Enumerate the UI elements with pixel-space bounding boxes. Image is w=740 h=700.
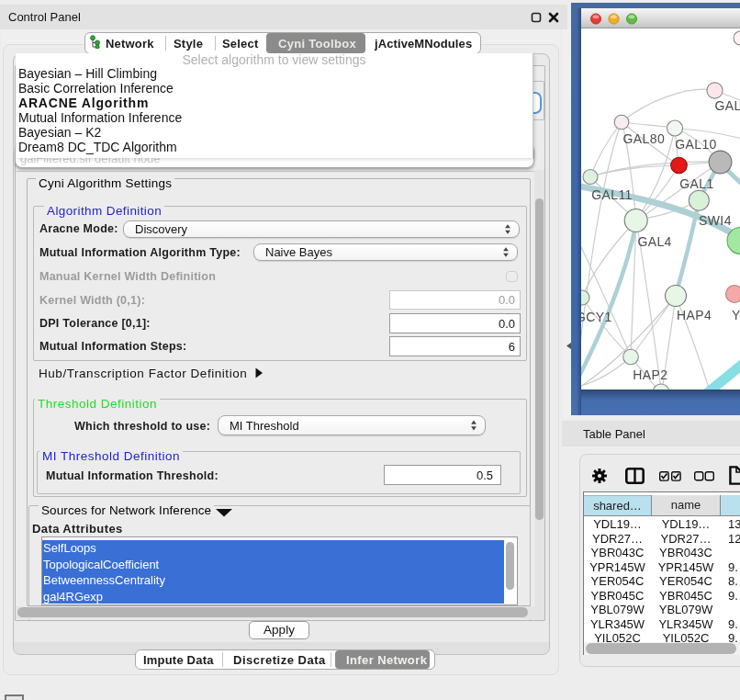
- svg-text:GAL11: GAL11: [591, 187, 633, 202]
- svg-text:GAL80: GAL80: [623, 131, 666, 146]
- svg-text:YM: YM: [732, 308, 740, 322]
- svg-text:GAL7: GAL7: [715, 98, 740, 113]
- svg-text:SWI4: SWI4: [699, 213, 732, 228]
- svg-text:GAL10: GAL10: [675, 137, 717, 152]
- svg-text:GAL4: GAL4: [637, 234, 671, 249]
- svg-text:HAP4: HAP4: [677, 308, 712, 322]
- svg-text:GCY1: GCY1: [581, 310, 612, 324]
- svg-text:HAP2: HAP2: [633, 367, 667, 382]
- svg-text:GAL1: GAL1: [679, 176, 713, 191]
